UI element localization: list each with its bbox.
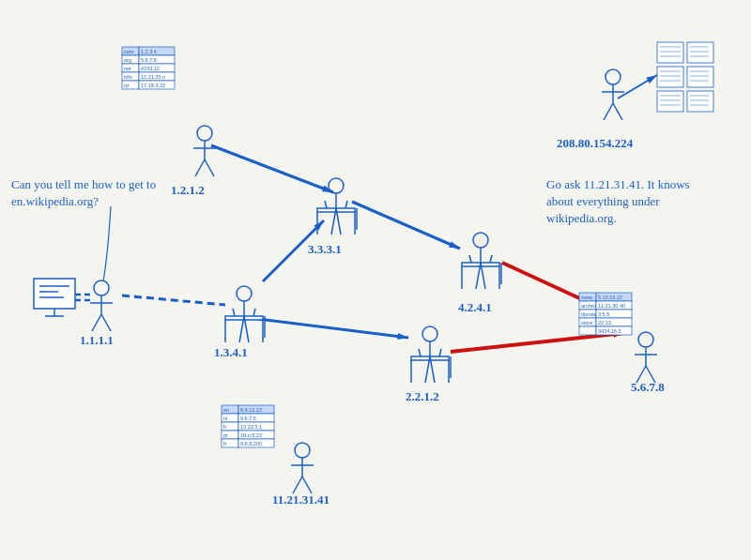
label-2212: 2.2.1.2 <box>406 389 439 404</box>
label-1341: 1.3.4.1 <box>214 345 248 360</box>
label-1212: 1.2.1.2 <box>171 183 205 198</box>
question-speech: Can you tell me how to get to en.wikiped… <box>11 176 180 210</box>
reply-speech: Go ask 11.21.31.41. It knows about every… <box>546 176 697 228</box>
label-4241: 4.2.4.1 <box>458 300 492 315</box>
label-3331: 3.3.3.1 <box>308 242 342 257</box>
label-1111: 1.1.1.1 <box>80 333 114 348</box>
label-5678: 5.6.7.8 <box>631 380 665 395</box>
label-208: 208.80.154.224 <box>557 136 633 151</box>
label-11: 11.21.31.41 <box>272 492 330 507</box>
